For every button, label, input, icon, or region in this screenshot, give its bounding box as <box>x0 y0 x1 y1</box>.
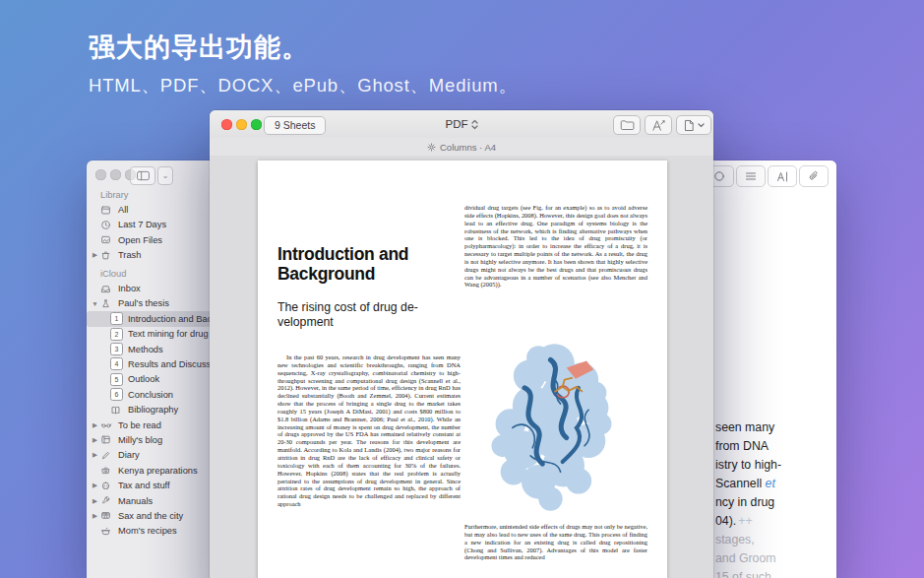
markdown-syntax-marks: ++ <box>738 514 752 528</box>
export-page-icon <box>684 119 695 132</box>
pdf-preview-area[interactable]: Introduction and Background The rising c… <box>210 156 713 578</box>
editor-text-line: and Groom <box>715 551 776 565</box>
editor-text-line: ncy in drug <box>715 495 774 509</box>
wrench-icon <box>100 495 113 507</box>
inactive-minimize-button[interactable] <box>110 169 121 180</box>
reveal-in-finder-button[interactable] <box>613 115 641 135</box>
all-icon <box>100 204 113 216</box>
editor-text-line: 15 of such <box>715 570 771 578</box>
editor-text-line: from DNA <box>715 439 769 453</box>
hero-subtitle: HTML、PDF、DOCX、ePub、Ghost、Medium。 <box>89 73 518 97</box>
marketing-background: 强大的导出功能。 HTML、PDF、DOCX、ePub、Ghost、Medium… <box>0 0 924 578</box>
export-style-label: Columns · A4 <box>440 142 496 153</box>
disclosure-triangle-icon[interactable] <box>91 300 99 307</box>
export-preview-window: 9 Sheets PDF Columns · A4 Intr <box>210 110 713 578</box>
inbox-icon <box>100 283 113 294</box>
pdf-page: Introduction and Background The rising c… <box>258 161 667 578</box>
inactive-close-button[interactable] <box>95 169 106 180</box>
skull-icon <box>100 480 113 491</box>
export-action-button[interactable] <box>676 115 711 135</box>
protein-figure <box>466 336 642 521</box>
list-button[interactable] <box>736 165 766 187</box>
folder-icon <box>620 119 635 131</box>
export-style-bar[interactable]: Columns · A4 <box>210 138 713 157</box>
sheet-number-badge: 4 <box>110 357 123 370</box>
pencil-icon <box>100 449 113 461</box>
text-style-icon <box>651 119 666 132</box>
updown-chevron-icon <box>471 119 478 130</box>
document-title: Introduction and Background <box>277 245 484 284</box>
left-column-text: In the past 60 years, research in drug d… <box>277 353 461 508</box>
right-column-bottom-text: Furthermore, unintended side effects of … <box>464 523 647 561</box>
sheet-number-badge: 2 <box>110 328 123 341</box>
gear-icon <box>427 143 436 152</box>
progress-circle-icon <box>713 170 725 182</box>
pot-icon <box>100 525 113 537</box>
basket-icon <box>100 465 113 477</box>
hero-copy: 强大的导出功能。 HTML、PDF、DOCX、ePub、Ghost、Medium… <box>89 30 518 97</box>
piano-icon <box>100 510 113 522</box>
clock-icon <box>100 219 113 230</box>
editor-text-line: 04).++ <box>715 514 753 528</box>
picture-icon <box>100 434 113 446</box>
sheet-number-badge: 6 <box>110 388 123 401</box>
sidebar-toggle-chevron[interactable]: ⌄ <box>157 166 173 185</box>
sheet-number-badge: 5 <box>110 373 123 386</box>
glasses-icon <box>100 419 113 431</box>
open-files-icon <box>100 234 113 246</box>
editor-text-line: Scannell et <box>715 477 775 490</box>
right-column-top-text: dividual drug targets (see Fig. for an e… <box>464 204 647 289</box>
attachment-button[interactable] <box>799 165 829 187</box>
editor-text-line: istry to high- <box>715 458 781 472</box>
typography-icon <box>776 171 789 182</box>
editor-text-line: stages, <box>715 533 755 546</box>
editor-text-line: seen many <box>715 420 774 434</box>
flask-icon <box>100 297 113 309</box>
disclosure-triangle-icon[interactable] <box>91 251 99 259</box>
markdown-accent-text: et <box>766 477 775 490</box>
attachment-icon <box>808 170 820 182</box>
trash-icon <box>100 249 113 261</box>
book-icon <box>110 404 123 416</box>
text-style-button[interactable] <box>645 115 672 135</box>
document-subtitle: The rising cost of drug de- velopment <box>277 300 464 329</box>
sheet-number-badge: 3 <box>110 343 123 355</box>
sidebar-toggle-icon <box>136 170 151 181</box>
list-icon <box>745 171 757 181</box>
disclosure-triangle-icon[interactable] <box>91 482 99 489</box>
sheet-number-badge: 1 <box>110 312 123 325</box>
hero-title: 强大的导出功能。 <box>89 30 518 65</box>
disclosure-triangle-icon[interactable] <box>91 512 99 520</box>
disclosure-triangle-icon[interactable] <box>91 436 99 444</box>
chevron-down-icon <box>698 123 705 128</box>
export-window-titlebar: 9 Sheets PDF <box>210 110 713 139</box>
sidebar-toggle-button[interactable] <box>130 166 155 185</box>
disclosure-triangle-icon[interactable] <box>91 497 99 505</box>
disclosure-triangle-icon[interactable] <box>91 451 99 459</box>
typography-button[interactable] <box>768 165 797 187</box>
disclosure-triangle-icon[interactable] <box>91 421 99 429</box>
